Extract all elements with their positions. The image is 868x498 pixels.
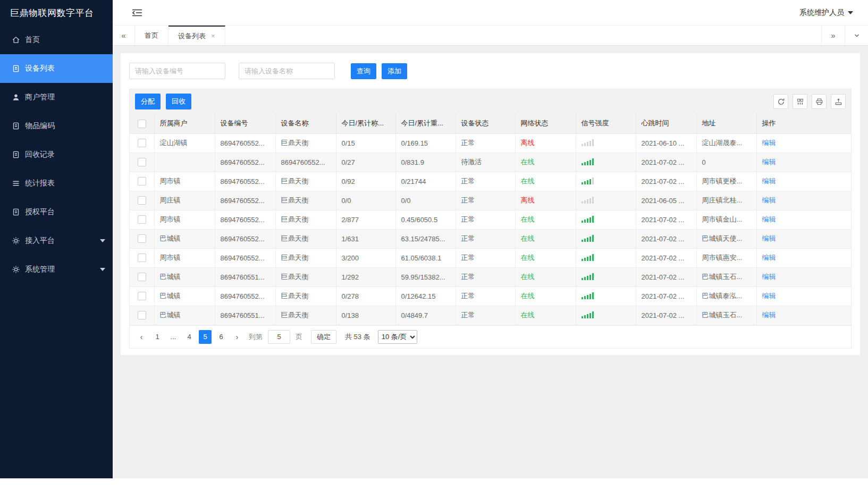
cell-today-weight: 0/831.9 — [395, 153, 456, 172]
cell-today-count: 0/138 — [336, 306, 395, 325]
edit-link[interactable]: 编辑 — [762, 139, 776, 147]
device-table-body: 淀山湖镇8694760552...巨鼎天衡0/150/169.15正常离线202… — [130, 133, 851, 325]
gear-icon — [12, 237, 20, 245]
edit-link[interactable]: 编辑 — [762, 273, 776, 281]
cell-device-no: 8694760552... — [215, 172, 275, 191]
tab-close-icon[interactable]: × — [211, 32, 215, 40]
goto-page-input[interactable] — [268, 330, 290, 344]
signal-strength-icon — [582, 196, 594, 204]
select-all-checkbox[interactable] — [138, 120, 146, 128]
cell-today-count: 0/27 — [336, 153, 395, 172]
cell-heartbeat: 2021-07-02 ... — [636, 210, 696, 229]
page-number-6[interactable]: 6 — [215, 330, 227, 344]
row-checkbox[interactable] — [138, 215, 146, 224]
column-header: 设备编号 — [215, 114, 275, 133]
cell-device-name: 巨鼎天衡 — [275, 210, 336, 229]
cell-actions: 编辑 — [756, 267, 851, 286]
sidebar-item-label: 接入平台 — [25, 236, 100, 246]
tab-bar: « 首页设备列表× » — [113, 26, 868, 46]
sidebar-item-auth-platform[interactable]: 授权平台 — [0, 198, 113, 226]
goto-confirm-button[interactable]: 确定 — [311, 330, 336, 344]
next-page-icon[interactable]: › — [231, 330, 243, 344]
cell-heartbeat: 2021-07-02 ... — [636, 172, 696, 191]
print-button[interactable] — [812, 94, 827, 109]
cell-device-status: 待激活 — [456, 153, 515, 172]
row-checkbox[interactable] — [138, 158, 146, 166]
sidebar-toggle-icon[interactable] — [132, 9, 142, 17]
cell-merchant: 周市镇 — [154, 172, 215, 191]
cell-device-status: 正常 — [456, 306, 515, 325]
cell-merchant: 周市镇 — [154, 210, 215, 229]
column-header: 今日/累计重... — [395, 114, 456, 133]
row-checkbox[interactable] — [138, 196, 146, 205]
pagination: ‹ 1...456 › 到第 页 确定 共 53 条 10 条/页 — [130, 325, 851, 348]
tabs: 首页设备列表× — [135, 26, 225, 45]
cell-network-status: 在线 — [515, 248, 576, 267]
page-number-4[interactable]: 4 — [183, 330, 196, 344]
recycle-button[interactable]: 回收 — [166, 94, 191, 109]
cell-device-status: 正常 — [456, 191, 515, 210]
edit-link[interactable]: 编辑 — [762, 292, 776, 300]
row-checkbox[interactable] — [138, 139, 146, 147]
assign-button[interactable]: 分配 — [135, 94, 161, 109]
tab-label: 首页 — [145, 31, 158, 40]
tab-设备列表[interactable]: 设备列表× — [168, 26, 225, 45]
edit-link[interactable]: 编辑 — [762, 234, 776, 242]
tabs-scroll-right-icon[interactable]: » — [821, 26, 845, 45]
user-menu[interactable]: 系统维护人员 — [799, 8, 853, 18]
signal-strength-icon — [582, 234, 594, 242]
sidebar-item-recycle-record[interactable]: 回收记录 — [0, 140, 113, 169]
sidebar-item-merchant-mgmt[interactable]: 商户管理 — [0, 83, 113, 112]
edit-link[interactable]: 编辑 — [762, 158, 776, 166]
add-button[interactable]: 添加 — [382, 63, 407, 79]
page-number-5[interactable]: 5 — [199, 330, 212, 344]
page-size-select[interactable]: 10 条/页 — [378, 330, 417, 344]
sidebar-item-item-code[interactable]: 物品编码 — [0, 112, 113, 140]
sidebar-item-home[interactable]: 首页 — [0, 26, 113, 54]
sidebar-item-stat-report[interactable]: 统计报表 — [0, 169, 113, 198]
row-checkbox[interactable] — [138, 254, 146, 262]
edit-link[interactable]: 编辑 — [762, 254, 776, 261]
query-button[interactable]: 查询 — [351, 63, 376, 79]
columns-button[interactable] — [793, 94, 807, 109]
sidebar-menu: 首页设备列表商户管理物品编码回收记录统计报表授权平台接入平台系统管理 — [0, 26, 113, 284]
edit-link[interactable]: 编辑 — [762, 177, 776, 185]
prev-page-icon[interactable]: ‹ — [135, 330, 148, 344]
refresh-button[interactable] — [773, 94, 788, 109]
cell-today-count: 0/0 — [336, 191, 395, 210]
cell-heartbeat: 2021-07-02 ... — [636, 229, 696, 248]
user-icon — [12, 93, 20, 102]
cell-today-count: 1/631 — [336, 229, 395, 248]
sidebar-item-access-platform[interactable]: 接入平台 — [0, 226, 113, 255]
cell-network-status: 在线 — [515, 286, 576, 306]
tabs-menu-icon[interactable] — [845, 26, 868, 45]
table-row: 周市镇8694760552...巨鼎天衡2/8770.45/6050.5正常在线… — [130, 210, 851, 229]
row-checkbox[interactable] — [138, 177, 146, 185]
sidebar-item-system-mgmt[interactable]: 系统管理 — [0, 255, 113, 284]
row-checkbox[interactable] — [138, 234, 146, 243]
device-name-input[interactable] — [239, 63, 335, 79]
edit-link[interactable]: 编辑 — [762, 196, 776, 204]
sidebar-item-label: 授权平台 — [25, 207, 105, 217]
sidebar-item-device-list[interactable]: 设备列表 — [0, 54, 113, 83]
tab-首页[interactable]: 首页 — [135, 26, 168, 45]
edit-link[interactable]: 编辑 — [762, 215, 776, 223]
device-no-input[interactable] — [129, 63, 225, 79]
cell-merchant: 周市镇 — [154, 248, 215, 267]
export-button[interactable] — [831, 94, 846, 109]
cell-actions: 编辑 — [756, 191, 851, 210]
cell-actions: 编辑 — [756, 153, 851, 172]
row-checkbox[interactable] — [138, 311, 146, 319]
tabs-scroll-left-icon[interactable]: « — [113, 26, 135, 45]
cell-today-weight: 0/4849.7 — [395, 306, 456, 325]
page-number-1[interactable]: 1 — [151, 330, 164, 344]
row-checkbox[interactable] — [138, 292, 146, 300]
cell-today-count: 0/278 — [336, 286, 395, 306]
doc-icon — [12, 64, 20, 73]
row-checkbox[interactable] — [138, 273, 146, 281]
column-header: 心跳时间 — [636, 114, 696, 133]
cell-heartbeat: 2021-06-10 ... — [636, 133, 696, 153]
edit-link[interactable]: 编辑 — [762, 311, 776, 319]
gear-icon — [12, 265, 20, 274]
table-row: 周庄镇8694760552...巨鼎天衡0/00/0正常离线2021-06-05… — [130, 191, 851, 210]
